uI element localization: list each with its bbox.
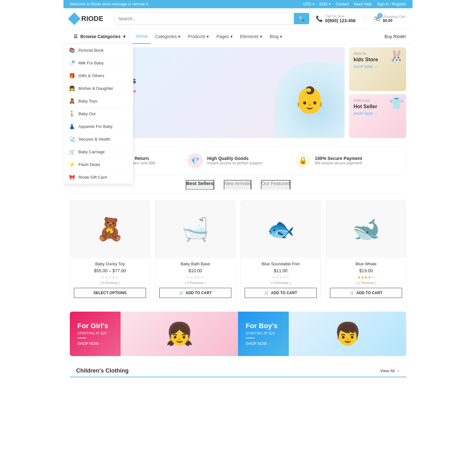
promo-girls-title: For Girl's (77, 322, 113, 330)
currency-selector[interactable]: USD ▾ (303, 2, 314, 6)
cat-label: Mother & Daughter (78, 86, 113, 91)
promo-girls-cta[interactable]: SHOP NOW → (77, 341, 113, 346)
promo-divider-boys (246, 338, 255, 338)
product-reviews-1: ( 0 Reviews ) (74, 281, 146, 285)
cat-item-mother-daughter[interactable]: 👧 Mother & Daughter (64, 82, 133, 95)
cat-label: Flash Deals (78, 162, 100, 167)
star-icon-2: ✿ (133, 89, 136, 93)
promo-boys-container: For Boy's STARTING AT $29 SHOP NOW → 👦 (238, 312, 406, 356)
quality-icon: 💎 (188, 153, 203, 168)
product-image-2: 🛁 (155, 201, 235, 258)
hero-baby-emoji: 👶 (275, 62, 345, 138)
product-card-3: 🐟 Blue Soundable Fish $11.00 ★★★★★ ( 0 R… (241, 200, 321, 302)
phone-number: 0(800) 123-456 (325, 18, 356, 23)
feature-quality-title: High Quality Goods (207, 156, 262, 161)
feature-quality-sub: Instant access to perfect support (207, 161, 262, 165)
browse-categories-button[interactable]: ☰ Browse Categories ▾ (70, 30, 129, 43)
nav-pages[interactable]: Pages ▾ (213, 30, 236, 43)
wishlist-icon[interactable]: ♡ (362, 15, 368, 23)
product-name-1: Baby Ducky Toy (74, 261, 146, 266)
need-help-link[interactable]: Need Help (354, 2, 372, 6)
nav-blog[interactable]: Blog ▾ (267, 30, 285, 43)
tab-our-featured[interactable]: Our Featured (261, 180, 290, 190)
search-bar: 🔍 (114, 13, 309, 24)
cat-item-gift-card[interactable]: 🎀 Riode Gift Card (64, 171, 133, 184)
tab-new-arrivals[interactable]: New Arrivals (224, 180, 251, 190)
childrens-title: Children's Clothing (76, 367, 129, 374)
phone-label: Call Us Now: (325, 14, 356, 18)
cat-icon: 🎀 (69, 174, 75, 180)
cart-icon-small-3: 🛒 (264, 291, 269, 295)
cat-label: Baby Carriage (78, 149, 105, 154)
cart-icon-small: 🛒 (179, 291, 184, 295)
logo[interactable]: RIODE (70, 14, 108, 23)
cat-icon: 🎁 (69, 73, 75, 79)
cat-label: Pictorial Book (78, 48, 103, 53)
side-banner-hot-link[interactable]: SHOP NOW → (354, 112, 377, 116)
promo-boys-starting: STARTING AT $29 (246, 331, 281, 335)
hero-image: 👶 (275, 62, 345, 138)
category-dropdown: 📚 Pictorial Book 🍼 Milk For Baby 🎁 Gifts… (63, 44, 133, 184)
phone-info: 📞 Call Us Now: 0(800) 123-456 (316, 14, 356, 23)
logo-diamond-icon (68, 12, 81, 25)
feature-payment-title: 100% Secure Payment (315, 156, 362, 161)
side-banner-link[interactable]: SHOP NOW → (354, 65, 377, 69)
side-banner-hot: POPULAR Hot Seller SHOP NOW → 👕 (349, 94, 406, 138)
product-stars-2: ★★★★★ (159, 275, 231, 280)
feature-payment: 🔒 100% Secure Payment We ensure secure p… (292, 153, 400, 168)
nav-products[interactable]: Products ▾ (185, 30, 212, 43)
buy-riode-link[interactable]: Buy Riode! (385, 34, 406, 39)
cat-item-milk[interactable]: 🍼 Milk For Baby (64, 57, 133, 69)
nav-elements[interactable]: Elements ▾ (237, 30, 265, 43)
nav-home[interactable]: Home (133, 29, 151, 44)
search-button[interactable]: 🔍 (294, 13, 309, 24)
cart-info[interactable]: 🛍 0 Shopping Cart: $0.00 (374, 15, 406, 23)
childrens-clothing-section: Children's Clothing View All → (70, 362, 406, 377)
add-to-cart-button-3[interactable]: 🛒 ADD TO CART (245, 288, 317, 298)
cat-label: Apparels For Baby (78, 124, 113, 129)
promo-section: For Girl's STARTING AT $29 SHOP NOW → 👧 … (70, 312, 406, 356)
cat-item-secures[interactable]: 🩺 Secures & Health (64, 133, 133, 146)
feature-payment-sub: We ensure secure payment! (315, 161, 362, 165)
cat-item-baby-out[interactable]: 🚶 Baby Out (64, 108, 133, 120)
cat-item-apparels[interactable]: 👗 Apparels For Baby (64, 120, 133, 133)
browse-categories-label: Browse Categories (80, 34, 121, 39)
tab-best-sellers[interactable]: Best Sellers (186, 180, 214, 190)
add-to-cart-button-4[interactable]: 🛒 ADD TO CART (330, 288, 402, 298)
search-input[interactable] (115, 13, 294, 24)
cat-item-flash-deals[interactable]: ⚡ Flash Deals (64, 158, 133, 171)
select-options-button-1[interactable]: SELECT OPTIONS (74, 288, 146, 298)
payment-icon: 🔒 (295, 153, 310, 168)
side-banner-kids: NEW IN kids Store SHOP NOW → 🐰 (349, 47, 406, 91)
top-bar: Welcome to Riode store message or remove… (63, 0, 413, 8)
product-name-4: Blue Whale (330, 261, 402, 266)
cat-item-baby-carriage[interactable]: 🛒 Baby Carriage (64, 146, 133, 158)
cat-item-baby-toys[interactable]: 🧸 Baby Toys (64, 95, 133, 108)
side-banner-icon: 🐰 (389, 50, 404, 63)
cat-label: Milk For Baby (78, 61, 103, 65)
cat-icon: ⚡ (69, 162, 75, 168)
cat-item-pictorial[interactable]: 📚 Pictorial Book (64, 44, 133, 57)
language-selector[interactable]: ENG ▾ (320, 2, 331, 6)
cat-icon: 🍼 (69, 60, 75, 66)
product-price-3: $11.00 (245, 268, 317, 273)
chevron-down-icon: ▾ (123, 34, 125, 39)
product-card-1: 🧸 Baby Ducky Toy $55.00 – $77.00 ★★★★★ (… (70, 200, 150, 302)
cart-price: $0.00 (383, 18, 406, 23)
product-stars-4: ★★★★★ (330, 275, 402, 280)
cat-label: Secures & Health (78, 137, 110, 142)
view-all-link[interactable]: View All → (380, 368, 400, 373)
cat-icon: 📚 (69, 47, 75, 53)
contact-link[interactable]: Contact (336, 2, 349, 6)
product-stars-1: ★★★★★ (74, 275, 146, 280)
product-tabs-section: Best Sellers New Arrivals Our Featured 🧸… (63, 180, 413, 308)
cat-item-gifts[interactable]: 🎁 Gifts & Others (64, 69, 133, 82)
header: RIODE 🔍 📞 Call Us Now: 0(800) 123-456 ♡ … (63, 8, 413, 29)
nav-categories[interactable]: Categories ▾ (152, 30, 183, 43)
side-banner-hot-icon: 👕 (389, 97, 404, 110)
add-to-cart-button-2[interactable]: 🛒 ADD TO CART (159, 288, 231, 298)
cart-icon-small-4: 🛒 (350, 291, 354, 295)
sign-in-link[interactable]: Sign In / Register (377, 2, 406, 6)
cart-label: Shopping Cart: (383, 15, 406, 18)
promo-boys-cta[interactable]: SHOP NOW → (246, 341, 281, 346)
